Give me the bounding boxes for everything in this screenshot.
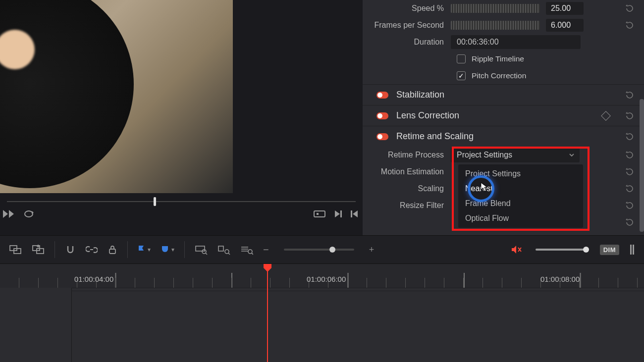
keyframe-icon[interactable] — [601, 111, 611, 121]
playhead-handle-icon[interactable] — [263, 264, 272, 272]
match-frame-icon[interactable] — [313, 209, 326, 219]
scrub-thumb[interactable] — [154, 197, 156, 206]
motion-estimation-label: Motion Estimation — [363, 167, 451, 176]
zoom-slider[interactable] — [284, 249, 354, 251]
reset-icon[interactable] — [624, 3, 635, 14]
zoom-custom-icon[interactable] — [240, 244, 253, 255]
snap-icon[interactable] — [65, 244, 76, 255]
pitch-row[interactable]: Pitch Correction — [363, 67, 644, 84]
transport-controls — [0, 205, 363, 223]
viewer-panel — [0, 0, 363, 235]
svg-rect-15 — [633, 245, 634, 255]
reset-icon[interactable] — [624, 90, 635, 101]
ripple-checkbox[interactable] — [457, 54, 466, 63]
reset-icon[interactable] — [624, 217, 635, 228]
reset-icon[interactable] — [624, 20, 635, 31]
volume-slider[interactable] — [536, 249, 587, 251]
timeline-toolbar: ▾ ▾ − + DIM — [0, 235, 644, 264]
marker-flag[interactable]: ▾ — [138, 245, 151, 255]
svg-rect-11 — [218, 246, 223, 251]
timeline[interactable]: 01:00:04:00 01:00:06:00 01:00:08:00 — [0, 264, 644, 362]
svg-rect-2 — [340, 210, 342, 217]
volume-thumb[interactable] — [583, 247, 589, 253]
retime-process-label: Retime Process — [363, 151, 451, 159]
link-icon[interactable] — [86, 244, 98, 255]
reset-icon[interactable] — [624, 200, 635, 211]
section-title: Stabilization — [396, 90, 444, 100]
fps-value[interactable]: 6.000 — [546, 19, 584, 32]
preview-image — [0, 0, 233, 193]
section-title: Lens Correction — [396, 110, 459, 121]
lock-icon[interactable] — [107, 244, 117, 255]
svg-point-10 — [202, 250, 206, 254]
dropdown-option[interactable]: Project Settings — [458, 166, 583, 181]
insert-tool-icon[interactable] — [32, 244, 45, 256]
mute-icon[interactable] — [511, 245, 523, 255]
section-toggle[interactable] — [376, 112, 388, 119]
chevron-down-icon — [568, 152, 575, 158]
ripple-label: Ripple Timeline — [472, 54, 524, 63]
reset-icon[interactable] — [624, 110, 635, 121]
svg-rect-14 — [630, 245, 632, 255]
section-title: Retime and Scaling — [396, 131, 474, 142]
svg-rect-8 — [109, 249, 115, 254]
zoom-in-icon[interactable]: + — [369, 245, 375, 255]
zoom-detail-icon[interactable] — [217, 244, 230, 255]
clip-flag[interactable]: ▾ — [161, 245, 174, 254]
ripple-row[interactable]: Ripple Timeline — [363, 51, 644, 67]
reset-icon[interactable] — [624, 150, 635, 160]
reset-icon[interactable] — [624, 183, 635, 194]
speed-slider[interactable] — [451, 4, 540, 13]
dim-button[interactable]: DIM — [600, 245, 619, 255]
speed-value[interactable]: 25.00 — [546, 2, 584, 15]
lens-correction-section[interactable]: Lens Correction — [363, 105, 644, 126]
fps-label: Frames per Second — [363, 21, 451, 30]
reset-icon[interactable] — [624, 166, 635, 177]
pitch-label: Pitch Correction — [472, 71, 526, 80]
loop-icon[interactable] — [23, 209, 35, 219]
timecode-label: 01:00:08:00 — [540, 275, 580, 283]
section-toggle[interactable] — [376, 133, 388, 140]
svg-point-12 — [225, 250, 229, 254]
reset-icon[interactable] — [624, 131, 635, 142]
selection-tool-icon[interactable] — [9, 244, 22, 256]
stabilization-section[interactable]: Stabilization — [363, 84, 644, 105]
retime-process-dropdown[interactable]: Project Settings — [451, 148, 580, 162]
pitch-checkbox[interactable] — [457, 71, 466, 80]
retime-process-row: Retime Process Project Settings — [363, 147, 644, 163]
fps-slider[interactable] — [451, 21, 540, 30]
zoom-full-icon[interactable] — [195, 244, 208, 255]
timecode-label: 01:00:06:00 — [307, 275, 346, 283]
dropdown-option[interactable]: Frame Blend — [458, 196, 583, 211]
svg-rect-0 — [314, 211, 325, 217]
inspector-scrollbar[interactable] — [640, 99, 644, 232]
next-clip-icon[interactable] — [333, 209, 343, 219]
playhead[interactable] — [267, 264, 268, 362]
zoom-out-icon[interactable]: − — [263, 244, 269, 256]
meters-icon[interactable] — [629, 244, 635, 256]
prev-clip-icon[interactable] — [350, 209, 360, 219]
svg-rect-4 — [10, 246, 17, 251]
section-toggle[interactable] — [376, 92, 388, 99]
svg-rect-1 — [317, 213, 319, 215]
chevron-down-icon[interactable]: ▾ — [171, 246, 174, 253]
inspector-panel: Speed % 25.00 Frames per Second 6.000 Du… — [363, 0, 644, 235]
timecode-label: 01:00:04:00 — [74, 275, 113, 283]
viewer-scrub-bar[interactable] — [7, 193, 356, 205]
fast-forward-icon[interactable] — [3, 209, 16, 219]
zoom-thumb[interactable] — [329, 247, 335, 253]
duration-field[interactable]: 00:06:36:00 — [451, 35, 581, 49]
duration-label: Duration — [363, 38, 451, 47]
svg-point-13 — [248, 250, 252, 254]
dropdown-option[interactable]: Nearest — [458, 181, 583, 196]
retime-process-options: Project Settings Nearest Frame Blend Opt… — [458, 164, 583, 228]
speed-row: Speed % 25.00 — [363, 0, 644, 17]
duration-row: Duration 00:06:36:00 — [363, 34, 644, 51]
timeline-ruler[interactable]: 01:00:04:00 01:00:06:00 01:00:08:00 — [0, 264, 644, 288]
chevron-down-icon[interactable]: ▾ — [148, 246, 151, 253]
dropdown-option[interactable]: Optical Flow — [458, 211, 583, 226]
timeline-tracks[interactable] — [0, 288, 644, 362]
retime-scaling-section[interactable]: Retime and Scaling — [363, 126, 644, 147]
speed-label: Speed % — [363, 4, 451, 13]
svg-rect-9 — [196, 246, 205, 251]
